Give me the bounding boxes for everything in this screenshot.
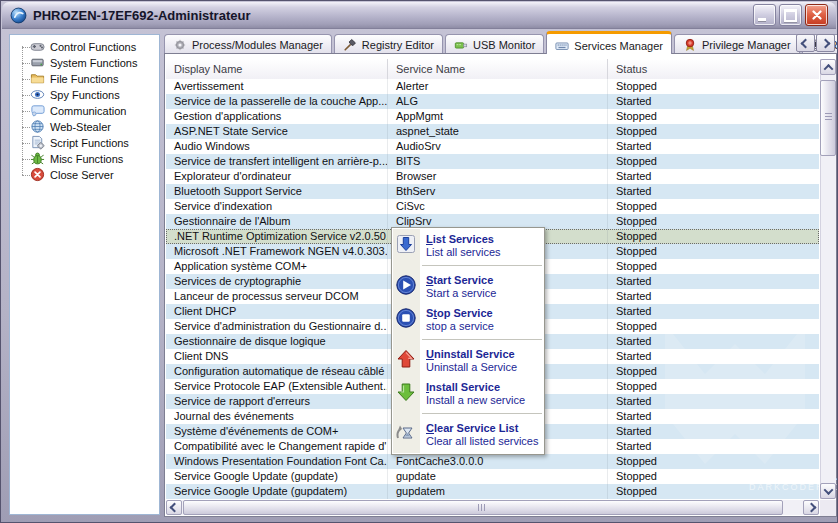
cell-display-name: Explorateur d'ordinateur: [166, 169, 388, 184]
cell-status: Stopped: [608, 469, 819, 484]
menu-item-subtitle: Uninstall a Service: [426, 361, 540, 374]
sidebar-item-label: System Functions: [50, 57, 137, 69]
start-service-icon: [395, 274, 417, 296]
horizontal-scrollbar[interactable]: [166, 500, 819, 515]
menu-item-title: Clear Service List: [426, 422, 540, 435]
chevron-right-icon: [821, 38, 831, 48]
cell-display-name: Services de cryptographie: [166, 274, 388, 289]
sidebar-item-system-functions[interactable]: System Functions: [10, 55, 159, 71]
cell-display-name: Service Google Update (gupdate): [166, 469, 388, 484]
table-row[interactable]: Service de transfert intelligent en arri…: [166, 154, 819, 169]
sidebar-item-label: Control Functions: [50, 41, 136, 53]
table-row[interactable]: Service Google Update (gupdate)gupdateSt…: [166, 469, 819, 484]
menu-item-subtitle: List all services: [426, 246, 540, 259]
cell-display-name: ASP.NET State Service: [166, 124, 388, 139]
tab-label: Privilege Manager: [702, 39, 791, 51]
usb-icon: [454, 38, 468, 52]
sidebar-item-label: Web-Stealer: [50, 121, 111, 133]
menu-item-stop-service[interactable]: Stop Servicestop a service: [392, 304, 544, 337]
table-row[interactable]: Gestion d'applicationsAppMgmtStopped: [166, 109, 819, 124]
table-row[interactable]: Service de la passerelle de la couche Ap…: [166, 94, 819, 109]
tab-privilege-manager[interactable]: Privilege Manager: [674, 34, 800, 54]
sidebar-item-misc-functions[interactable]: Misc Functions: [10, 151, 159, 167]
table-row[interactable]: Service d'indexationCiSvcStopped: [166, 199, 819, 214]
minimize-button[interactable]: [753, 4, 776, 26]
vertical-scrollbar-thumb[interactable]: [820, 80, 836, 156]
cell-service-name: CiSvc: [388, 199, 608, 214]
sidebar-item-script-functions[interactable]: Script Functions: [10, 135, 159, 151]
sidebar-item-spy-functions[interactable]: Spy Functions: [10, 87, 159, 103]
table-row[interactable]: Audio WindowsAudioSrvStarted: [166, 139, 819, 154]
sidebar-item-close-server[interactable]: Close Server: [10, 167, 159, 183]
column-header-status[interactable]: Status: [608, 59, 819, 79]
cell-display-name: Service Protocole EAP (Extensible Authen…: [166, 379, 388, 394]
globe-icon: [30, 119, 45, 134]
cell-status: Started: [608, 394, 819, 409]
menu-item-title: Stop Service: [426, 307, 540, 320]
close-button[interactable]: [805, 4, 828, 26]
tab-scroll-left-button[interactable]: [796, 34, 815, 52]
clear-service-list-icon: [395, 422, 417, 444]
menu-item-subtitle: Clear all listed services: [426, 435, 540, 448]
menu-item-install-service[interactable]: Install ServiceInstall a new service: [392, 378, 544, 411]
tab-registry-editor[interactable]: Registry Editor: [334, 34, 443, 54]
cell-display-name: Service de transfert intelligent en arri…: [166, 154, 388, 169]
tab-label: USB Monitor: [473, 39, 535, 51]
title-bar[interactable]: PHROZEN-17EF692-Administrateur: [2, 2, 836, 29]
cell-display-name: .NET Runtime Optimization Service v2.0.5…: [166, 229, 388, 244]
cell-status: Started: [608, 184, 819, 199]
cell-status: Stopped: [608, 379, 819, 394]
sidebar-item-file-functions[interactable]: File Functions: [10, 71, 159, 87]
maximize-button[interactable]: [779, 4, 802, 26]
install-service-icon: [395, 381, 417, 403]
gear-icon: [173, 38, 187, 52]
sidebar-item-web-stealer[interactable]: Web-Stealer: [10, 119, 159, 135]
menu-item-subtitle: stop a service: [426, 320, 540, 333]
table-row[interactable]: Windows Presentation Foundation Font Ca.…: [166, 454, 819, 469]
bug-icon: [30, 151, 45, 166]
cell-display-name: Client DHCP: [166, 304, 388, 319]
sidebar-item-communication[interactable]: Communication: [10, 103, 159, 119]
cell-display-name: Bluetooth Support Service: [166, 184, 388, 199]
cell-service-name: aspnet_state: [388, 124, 608, 139]
sidebar-item-label: Misc Functions: [50, 153, 123, 165]
list-services-icon: [395, 233, 417, 255]
scroll-left-button[interactable]: [166, 500, 182, 515]
menu-item-start-service[interactable]: Start ServiceStart a service: [392, 271, 544, 304]
tab-usb-monitor[interactable]: USB Monitor: [445, 34, 544, 54]
tab-services-manager[interactable]: Services Manager: [546, 31, 672, 54]
cell-status: Started: [608, 409, 819, 424]
cell-status: Started: [608, 349, 819, 364]
chevron-right-icon: [806, 503, 816, 513]
horizontal-scrollbar-thumb[interactable]: [183, 500, 783, 515]
cell-display-name: Système d'événements de COM+: [166, 424, 388, 439]
cell-service-name: Browser: [388, 169, 608, 184]
table-row[interactable]: Explorateur d'ordinateurBrowserStarted: [166, 169, 819, 184]
scroll-down-button[interactable]: [820, 483, 836, 499]
stop-service-icon: [395, 307, 417, 329]
tab-process-modules-manager[interactable]: Process/Modules Manager: [164, 34, 332, 54]
cell-display-name: Service d'administration du Gestionnaire…: [166, 319, 388, 334]
folder-icon: [30, 71, 45, 86]
cell-display-name: Gestionnaire de disque logique: [166, 334, 388, 349]
sidebar-item-label: Close Server: [50, 169, 114, 181]
column-header-display-name[interactable]: Display Name: [166, 59, 388, 79]
cell-status: Started: [608, 334, 819, 349]
table-row[interactable]: Service Google Update (gupdatem)gupdatem…: [166, 484, 819, 499]
scroll-up-button[interactable]: [820, 59, 836, 75]
scroll-right-button[interactable]: [803, 500, 819, 515]
table-row[interactable]: Bluetooth Support ServiceBthServStarted: [166, 184, 819, 199]
tab-scroll-right-button[interactable]: [816, 34, 835, 52]
table-row[interactable]: AvertissementAlerterStopped: [166, 79, 819, 94]
sidebar-item-control-functions[interactable]: Control Functions: [10, 39, 159, 55]
menu-item-clear-service-list[interactable]: Clear Service ListClear all listed servi…: [392, 419, 544, 452]
menu-item-list-services[interactable]: List ServicesList all services: [392, 230, 544, 263]
column-header-service-name[interactable]: Service Name: [388, 59, 608, 79]
cell-status: Stopped: [608, 124, 819, 139]
vertical-scrollbar[interactable]: [820, 59, 836, 499]
cell-status: Stopped: [608, 109, 819, 124]
table-row[interactable]: ASP.NET State Serviceaspnet_stateStopped: [166, 124, 819, 139]
script-icon: [30, 135, 45, 150]
cell-status: Stopped: [608, 154, 819, 169]
menu-item-uninstall-service[interactable]: Uninstall ServiceUninstall a Service: [392, 345, 544, 378]
